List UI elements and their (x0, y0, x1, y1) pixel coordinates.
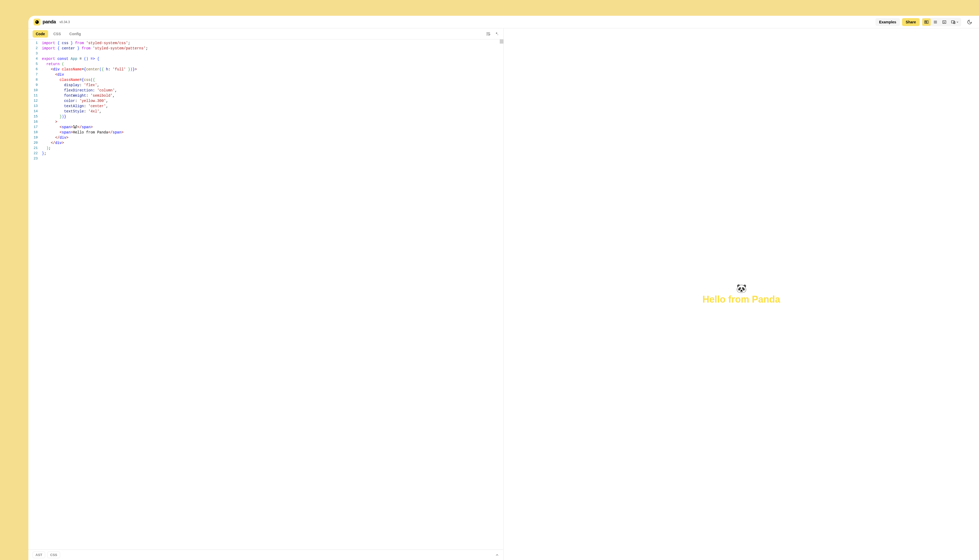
collapse-button[interactable] (495, 553, 499, 557)
version-label: v0.34.3 (60, 20, 70, 24)
tab-code[interactable]: Code (33, 30, 48, 38)
layout-preview-button[interactable] (940, 18, 949, 26)
svg-point-1 (36, 21, 37, 22)
tab-config[interactable]: Config (66, 30, 84, 38)
layout-toggle-group (922, 18, 961, 26)
preview-text: Hello from Panda (702, 294, 780, 305)
tab-css[interactable]: CSS (50, 30, 64, 38)
editor-tabs: Code CSS Config (28, 28, 504, 39)
bottom-tab-ast[interactable]: AST (33, 552, 45, 558)
header: panda v0.34.3 Examples Share (28, 16, 979, 28)
minimap[interactable] (500, 39, 504, 43)
bottom-bar: AST CSS (28, 550, 504, 560)
preview-panel: 🐼 Hello from Panda (504, 28, 979, 560)
code-editor[interactable]: 1 2 3 4 5 6 7 8 9 10 11 12 13 14 15 16 1 (28, 39, 504, 550)
line-gutter: 1 2 3 4 5 6 7 8 9 10 11 12 13 14 15 16 1 (28, 40, 42, 550)
preview-emoji: 🐼 (736, 283, 747, 293)
layout-horizontal-button[interactable] (931, 18, 940, 26)
main-content: Code CSS Config (28, 28, 979, 560)
layout-responsive-button[interactable] (949, 18, 961, 26)
examples-button[interactable]: Examples (876, 18, 900, 26)
theme-toggle-button[interactable] (965, 18, 974, 26)
word-wrap-icon[interactable] (485, 31, 491, 37)
logo[interactable]: panda (33, 18, 56, 25)
tabs-right (485, 31, 499, 37)
bottom-tabs: AST CSS (33, 552, 60, 558)
editor-panel: Code CSS Config (28, 28, 504, 560)
layout-split-button[interactable] (922, 18, 931, 26)
header-right: Examples Share (876, 18, 974, 26)
sparkle-icon[interactable] (494, 31, 499, 37)
svg-point-0 (35, 20, 38, 23)
code-content[interactable]: import { css } from 'styled-system/css';… (42, 40, 504, 550)
preview-content: 🐼 Hello from Panda (702, 283, 780, 305)
tabs-left: Code CSS Config (33, 30, 84, 38)
app-window: panda v0.34.3 Examples Share (28, 16, 979, 560)
share-button[interactable]: Share (902, 18, 920, 26)
logo-text: panda (43, 19, 56, 25)
header-left: panda v0.34.3 (33, 18, 70, 25)
panda-logo-icon (33, 18, 40, 25)
svg-rect-6 (927, 20, 928, 23)
bottom-tab-css[interactable]: CSS (47, 552, 60, 558)
